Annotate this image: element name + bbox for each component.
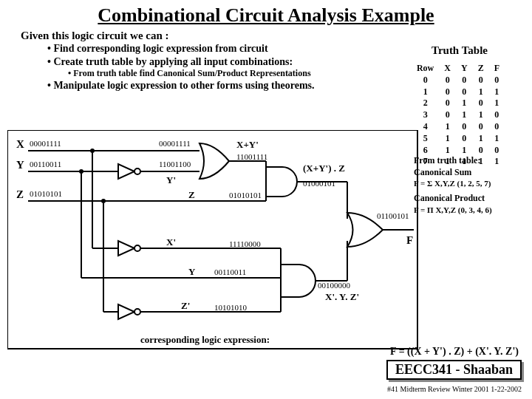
svg-text:(X+Y') . Z: (X+Y') . Z xyxy=(303,163,345,174)
svg-text:01010101: 01010101 xyxy=(30,189,62,198)
svg-text:00001111: 00001111 xyxy=(30,139,61,148)
svg-text:F: F xyxy=(406,234,413,246)
svg-text:X+Y': X+Y' xyxy=(236,139,259,150)
svg-text:Z: Z xyxy=(16,188,24,200)
svg-text:11110000: 11110000 xyxy=(229,239,261,248)
svg-text:10101010: 10101010 xyxy=(214,303,248,312)
svg-text:00110011: 00110011 xyxy=(214,267,246,276)
svg-point-46 xyxy=(134,309,140,315)
table-row: 61100 xyxy=(412,146,504,156)
svg-text:Z: Z xyxy=(188,189,195,200)
table-row: RowXYZF xyxy=(412,64,504,74)
slide: Combinational Circuit Analysis Example G… xyxy=(0,0,532,399)
table-row: 20101 xyxy=(412,98,504,109)
svg-text:01000101: 01000101 xyxy=(303,179,335,188)
logic-expression: F = ((X + Y') . Z) + (X'. Y. Z') xyxy=(390,346,519,358)
svg-text:00100000: 00100000 xyxy=(318,281,351,290)
table-row: 30110 xyxy=(412,110,504,120)
svg-text:Z': Z' xyxy=(181,300,190,311)
table-row: 10011 xyxy=(412,87,504,98)
truth-table: RowXYZF 00000 10011 20101 30110 41000 51… xyxy=(411,62,505,168)
svg-text:X'. Y. Z': X'. Y. Z' xyxy=(325,291,359,302)
svg-text:00001111: 00001111 xyxy=(159,139,191,148)
svg-point-12 xyxy=(134,168,140,174)
svg-text:01100101: 01100101 xyxy=(377,211,409,220)
circuit-diagram: X 00001111 00001111 Y 00110011 11001100 … xyxy=(7,130,421,366)
svg-text:11001100: 11001100 xyxy=(159,160,191,168)
svg-text:X: X xyxy=(16,138,24,150)
table-row: 41000 xyxy=(412,122,504,132)
course-footer: EECC341 - Shaaban xyxy=(386,360,522,380)
table-row: 51011 xyxy=(412,134,504,144)
svg-text:Y: Y xyxy=(188,266,196,277)
truth-table-label: Truth Table xyxy=(432,44,488,57)
svg-text:Y: Y xyxy=(16,159,24,171)
svg-text:corresponding logic expression: corresponding logic expression: xyxy=(140,334,270,345)
slide-footer: #41 Midterm Review Winter 2001 1-22-2002 xyxy=(387,385,522,393)
svg-text:00110011: 00110011 xyxy=(30,160,61,168)
subtitle: Given this logic circuit we can : xyxy=(21,30,525,42)
svg-text:Y': Y' xyxy=(166,174,176,185)
page-title: Combinational Circuit Analysis Example xyxy=(7,4,525,27)
svg-text:01010101: 01010101 xyxy=(229,191,262,200)
svg-text:11001111: 11001111 xyxy=(236,152,267,161)
svg-point-36 xyxy=(134,245,140,251)
canonical-forms: From truth table: Canonical Sum F = Σ X,… xyxy=(414,155,517,215)
table-row: 00000 xyxy=(412,75,504,86)
svg-text:X': X' xyxy=(166,236,176,248)
